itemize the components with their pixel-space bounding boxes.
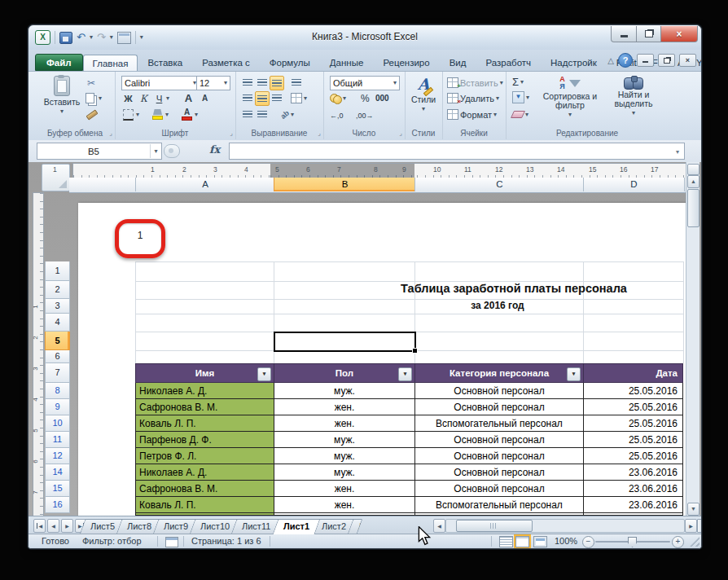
accounting-format-button[interactable]: ▾ [330, 91, 346, 105]
split-handle[interactable] [687, 164, 699, 175]
increase-indent-button[interactable] [255, 108, 269, 121]
find-select-button[interactable]: Найти и выделить ▾ [605, 76, 662, 116]
fill-handle[interactable] [412, 348, 418, 354]
clear-button[interactable]: ▾ [512, 108, 528, 121]
clipboard-dialog-launcher-icon[interactable]: ⌟ [109, 130, 112, 137]
alignment-dialog-launcher-icon[interactable]: ⌟ [318, 130, 321, 137]
italic-button[interactable]: К [137, 91, 151, 105]
name-box-dropdown-icon[interactable]: ▾ [150, 144, 161, 158]
cell-gender[interactable]: муж. [274, 432, 414, 448]
cell-name[interactable]: Петров Ф. Л. [135, 448, 274, 464]
cell-category[interactable]: Основной персонал [414, 448, 583, 464]
cell-gender[interactable]: жен. [274, 415, 414, 432]
header-name[interactable]: Имя▾ [135, 363, 274, 383]
next-sheet-button[interactable]: ▶ [61, 519, 73, 533]
column-header[interactable]: C [414, 178, 585, 191]
vertical-scrollbar[interactable]: ▲ ▼ [686, 162, 699, 516]
autosum-button[interactable]: Σ▾ [512, 75, 524, 89]
column-header[interactable]: D [583, 178, 685, 191]
underline-dropdown-icon[interactable]: ▾ [166, 95, 169, 102]
vertical-scroll-thumb[interactable] [687, 189, 699, 227]
borders-button[interactable] [121, 108, 135, 121]
column-header[interactable]: A [135, 178, 275, 191]
filter-button[interactable]: ▾ [567, 367, 581, 381]
cell-gender[interactable]: муж. [274, 464, 414, 481]
align-right-button[interactable] [270, 91, 283, 105]
decrease-indent-button[interactable] [240, 108, 254, 121]
row-header[interactable]: 9 [45, 399, 70, 415]
wrap-text-button[interactable] [289, 76, 303, 90]
orientation-dropdown-icon[interactable]: ▾ [291, 112, 294, 118]
cell-gender[interactable]: жен. [274, 399, 414, 415]
ribbon-tab[interactable]: Разметка с [192, 54, 260, 71]
sort-filter-button[interactable]: АЯ Сортировка и фильтр ▾ [540, 76, 600, 118]
borders-dropdown-icon[interactable]: ▾ [136, 112, 139, 118]
cell-date[interactable]: 25.05.2016 [583, 448, 683, 464]
cell-category[interactable]: Основной персонал [414, 464, 583, 481]
ribbon-tab[interactable]: Вид [440, 54, 476, 71]
cell-name[interactable]: Сафронова В. М. [135, 399, 274, 415]
number-format-combo[interactable]: Общий▾ [330, 76, 400, 90]
column-header[interactable]: B [274, 178, 416, 191]
cell-category[interactable]: Вспомогательный персонал [414, 415, 583, 432]
format-painter-button[interactable] [86, 108, 98, 121]
row-header[interactable]: 8 [45, 383, 70, 399]
cell-date[interactable]: 23.06.2016 [583, 464, 683, 481]
title-bar[interactable]: X ↶ ▾ ↷ ▾ ▾ Книга3 - Microsoft Excel × [29, 25, 701, 50]
align-middle-button[interactable] [255, 76, 269, 90]
copy-button[interactable]: ▾ [86, 91, 102, 105]
prev-sheet-button[interactable]: ◀ [47, 519, 59, 533]
cell-category[interactable]: Вспомогательный персонал [414, 497, 583, 513]
header-category[interactable]: Категория персонала▾ [414, 363, 583, 383]
cell-gender[interactable]: жен. [274, 497, 414, 513]
cell-date[interactable]: 25.05.2016 [583, 415, 683, 432]
ribbon-tab[interactable]: Вставка [138, 54, 192, 71]
selected-cell-b5[interactable] [274, 332, 416, 352]
cell-name[interactable]: Николаев А. Д. [135, 464, 274, 481]
row-header[interactable]: 14 [45, 464, 70, 481]
collapse-ribbon-icon[interactable]: △ [607, 56, 614, 65]
row-header[interactable]: 10 [45, 415, 70, 432]
macro-record-icon[interactable] [165, 537, 178, 547]
sheet-title[interactable]: Таблица заработной платы персонала [346, 282, 682, 295]
cell-category[interactable]: Основной персонал [414, 432, 583, 448]
header-date[interactable]: Дата [583, 363, 683, 383]
cell-gender[interactable]: жен. [274, 481, 414, 497]
font-size-combo[interactable]: 12▾ [196, 76, 230, 90]
normal-view-button[interactable] [499, 536, 513, 547]
filter-button[interactable]: ▾ [257, 367, 271, 381]
fill-color-dropdown-icon[interactable]: ▾ [165, 112, 169, 118]
row-header[interactable]: 5 [45, 332, 70, 350]
ribbon-tab[interactable]: Данные [320, 54, 374, 71]
row-header[interactable]: 6 [45, 350, 70, 363]
formula-input[interactable]: ▾ [229, 143, 685, 160]
zoom-out-button[interactable]: − [582, 536, 594, 548]
grow-font-button[interactable]: A [182, 91, 195, 105]
number-dialog-launcher-icon[interactable]: ⌟ [399, 130, 402, 137]
cell-gender[interactable]: муж. [274, 383, 414, 399]
help-icon[interactable]: ? [618, 53, 633, 68]
resize-grip[interactable] [690, 537, 699, 547]
sheet-tab[interactable]: Лист1 [272, 519, 320, 534]
comma-style-button[interactable]: 000 [375, 91, 389, 105]
increase-decimal-button[interactable]: ←,0 [330, 108, 344, 122]
hscroll-right-button[interactable]: ▶ [685, 519, 697, 533]
paste-button[interactable]: Вставить ▾ [43, 76, 81, 115]
ribbon-tab[interactable]: Рецензиро [373, 54, 439, 71]
align-left-button[interactable] [240, 91, 254, 105]
row-header[interactable]: 16 [45, 497, 70, 513]
format-cells-button[interactable]: Формат▾ [447, 108, 497, 121]
horizontal-scroll-thumb[interactable] [456, 520, 533, 532]
header-gender[interactable]: Пол▾ [274, 363, 414, 383]
font-name-combo[interactable]: Calibri▾ [121, 76, 200, 90]
workbook-restore-button[interactable] [658, 54, 675, 67]
ribbon-tab[interactable]: Главная [83, 55, 138, 71]
align-center-button[interactable] [255, 91, 270, 106]
shrink-font-button[interactable]: A [198, 91, 212, 105]
row-header[interactable]: 11 [45, 432, 70, 448]
row-header[interactable]: 15 [45, 481, 70, 497]
filter-button[interactable]: ▾ [398, 367, 412, 381]
font-color-dropdown-icon[interactable]: ▾ [195, 112, 198, 118]
cell-gender[interactable]: муж. [274, 448, 414, 464]
styles-button[interactable]: A Стили ▾ [409, 75, 438, 112]
